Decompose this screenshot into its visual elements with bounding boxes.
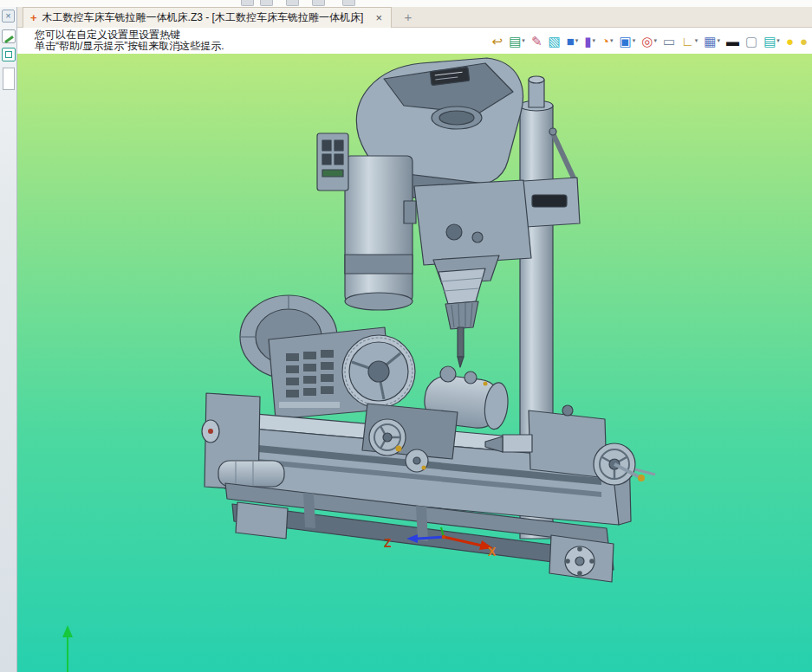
dropdown-arrow-icon[interactable]: ▾ bbox=[522, 37, 525, 44]
new-tab-button[interactable]: + bbox=[400, 10, 416, 25]
left-sidebar: × bbox=[0, 7, 17, 672]
lathe-chuck bbox=[342, 335, 415, 408]
clipped-toolbar-fragment bbox=[286, 0, 299, 6]
dropdown-arrow-icon[interactable]: ▾ bbox=[610, 37, 614, 44]
pencil-icon-glyph: ✎ bbox=[531, 35, 542, 48]
window-icon[interactable]: ▭▾ bbox=[661, 30, 677, 51]
dark-display-icon[interactable]: ▬▾ bbox=[724, 30, 741, 51]
dark-display-icon-glyph: ▬ bbox=[726, 35, 739, 48]
titlebar-strip bbox=[0, 0, 812, 7]
sidebar-panel-thumbnail bbox=[3, 68, 15, 90]
exit-icon[interactable]: ↩▾ bbox=[490, 30, 505, 51]
section-pie-icon[interactable]: ◔▾ bbox=[600, 30, 615, 51]
ground-y-axis-icon bbox=[62, 625, 73, 672]
clipped-toolbar-fragment bbox=[342, 0, 355, 6]
shaded-cube-icon-glyph: ▧ bbox=[548, 35, 560, 48]
application-window: { "window": { "corner_close_glyph": "×" … bbox=[0, 0, 812, 672]
document-pencil-icon[interactable] bbox=[2, 29, 16, 43]
section-pie-icon-glyph: ◔ bbox=[601, 35, 609, 48]
image-capture-icon-glyph: ▣ bbox=[620, 35, 632, 48]
toolbar-row: 您可以在自定义设置里设置热键 单击“帮助/显示提示”按钮来取消这些提示. ↩▾ … bbox=[17, 28, 812, 54]
dropdown-arrow-icon[interactable]: ▾ bbox=[717, 37, 720, 44]
window-icon-glyph: ▭ bbox=[663, 35, 675, 48]
grid-icon[interactable]: ▦▾ bbox=[702, 30, 722, 51]
drill-chuck bbox=[438, 268, 485, 367]
dropdown-arrow-icon[interactable]: ▾ bbox=[575, 37, 579, 44]
dropdown-arrow-icon[interactable]: ▾ bbox=[776, 37, 780, 44]
dropdown-arrow-icon[interactable]: ▾ bbox=[633, 37, 636, 44]
document-tab-bar: + 木工数控车床车铣拉雕一体机床.Z3 - [木工数控车床车铣拉雕一体机床] ×… bbox=[0, 7, 812, 28]
display-mode-icon[interactable]: ■▾ bbox=[565, 30, 581, 51]
cnc-machine-model: Z X bbox=[0, 54, 812, 672]
axis-label-x: X bbox=[488, 545, 497, 559]
axis-label-z: Z bbox=[384, 536, 392, 550]
spindle-motor bbox=[317, 133, 412, 310]
paint-bucket-icon[interactable]: ▮▾ bbox=[582, 30, 597, 51]
clipped-toolbar-fragment bbox=[241, 0, 254, 6]
mill-head bbox=[404, 180, 531, 284]
tab-title: 木工数控车床车铣拉雕一体机床.Z3 - [木工数控车床车铣拉雕一体机床] bbox=[42, 10, 364, 25]
light-display-icon[interactable]: ▢▾ bbox=[744, 30, 759, 51]
dropdown-arrow-icon[interactable]: ▾ bbox=[695, 37, 698, 44]
ruler-icon-glyph: ∟ bbox=[681, 35, 694, 48]
layers-icon[interactable]: ▤▾ bbox=[762, 30, 782, 51]
paint-bucket-icon-glyph: ▮ bbox=[584, 35, 591, 48]
view-panel-icon[interactable] bbox=[2, 48, 16, 61]
light-display-icon-glyph: ▢ bbox=[745, 35, 757, 48]
clipped-toolbar-fragment bbox=[260, 0, 273, 6]
exit-icon-glyph: ↩ bbox=[492, 35, 503, 48]
grid-icon-glyph: ▦ bbox=[704, 35, 716, 48]
target-icon-glyph: ◎ bbox=[641, 35, 653, 48]
dropdown-arrow-icon[interactable]: ▾ bbox=[653, 37, 657, 44]
bulb-icon-glyph: ● bbox=[786, 35, 794, 48]
document-tab[interactable]: + 木工数控车床车铣拉雕一体机床.Z3 - [木工数控车床车铣拉雕一体机床] × bbox=[23, 7, 392, 28]
shaded-cube-icon[interactable]: ▧▾ bbox=[546, 30, 562, 51]
bulb-icon[interactable]: ●▾ bbox=[784, 30, 796, 51]
clipped-toolbar-fragment bbox=[312, 0, 325, 6]
panel-close-icon[interactable]: × bbox=[2, 10, 15, 23]
image-capture-icon[interactable]: ▣▾ bbox=[618, 30, 638, 51]
hint-line-2: 单击“帮助/显示提示”按钮来取消这些提示. bbox=[35, 41, 224, 52]
tab-file-icon: + bbox=[30, 11, 37, 24]
display-mode-icon-glyph: ■ bbox=[567, 35, 575, 48]
pencil-icon[interactable]: ✎▾ bbox=[529, 30, 544, 51]
layers-icon-glyph: ▤ bbox=[763, 35, 776, 48]
hotkey-hint-text: 您可以在自定义设置里设置热键 单击“帮助/显示提示”按钮来取消这些提示. bbox=[35, 29, 224, 52]
tab-close-icon[interactable]: × bbox=[374, 11, 384, 24]
bulb-dim-icon-glyph: ● bbox=[800, 35, 808, 48]
view-toolbar: ↩▾ ▤▾ ✎▾ ▧▾ ■▾ ▮▾ ◔▾ ▣▾ ◎▾ ▭▾ ∟▾ ▦▾ ▬▾ ▢… bbox=[490, 30, 809, 51]
target-icon[interactable]: ◎▾ bbox=[640, 30, 659, 51]
dropdown-arrow-icon[interactable]: ▾ bbox=[592, 37, 595, 44]
render-mode-icon[interactable]: ▤▾ bbox=[507, 30, 527, 51]
bulb-dim-icon[interactable]: ●▾ bbox=[798, 30, 809, 51]
ruler-icon[interactable]: ∟▾ bbox=[679, 30, 699, 51]
3d-viewport[interactable]: Z X bbox=[0, 54, 812, 672]
render-mode-icon-glyph: ▤ bbox=[509, 35, 521, 48]
